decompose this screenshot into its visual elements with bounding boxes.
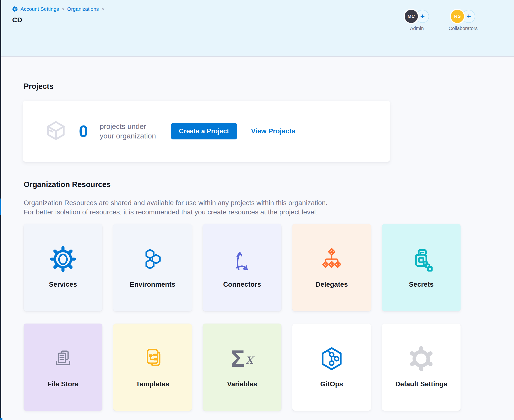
projects-heading: Projects bbox=[24, 82, 53, 91]
organization-resources-description: Organization Resources are shared and av… bbox=[24, 198, 328, 217]
collaborator-avatar[interactable]: RS bbox=[451, 10, 464, 23]
add-collaborator-button[interactable]: + bbox=[462, 10, 475, 23]
card-services[interactable]: Services bbox=[24, 224, 102, 311]
card-label: Environments bbox=[130, 281, 175, 288]
organization-resources-heading: Organization Resources bbox=[24, 180, 111, 189]
nav-rail-bottom-indicator bbox=[0, 418, 2, 420]
card-templates[interactable]: Templates bbox=[113, 324, 192, 411]
templates-icon bbox=[140, 345, 165, 372]
view-projects-link[interactable]: View Projects bbox=[251, 127, 296, 135]
project-count-caption: projects under your organization bbox=[100, 122, 156, 141]
breadcrumb-organizations[interactable]: Organizations bbox=[67, 6, 99, 12]
card-variables[interactable]: Σ x Variables bbox=[203, 324, 281, 411]
card-label: Templates bbox=[136, 380, 169, 388]
page-header: Account Settings > Organizations > CD MC… bbox=[1, 0, 514, 57]
admin-avatar[interactable]: MC bbox=[405, 10, 418, 23]
card-environments[interactable]: Environments bbox=[113, 224, 192, 311]
card-delegates[interactable]: Delegates bbox=[292, 224, 371, 311]
services-gear-icon bbox=[50, 245, 76, 273]
delegates-network-icon bbox=[319, 245, 344, 273]
variables-sigma-icon: Σ x bbox=[231, 345, 253, 372]
card-label: Services bbox=[49, 281, 77, 288]
card-secrets[interactable]: Secrets bbox=[382, 224, 461, 311]
project-cube-icon bbox=[43, 118, 69, 144]
default-settings-gear-icon bbox=[408, 345, 435, 372]
secrets-lock-icon bbox=[408, 245, 434, 273]
breadcrumb: Account Settings > Organizations > bbox=[12, 6, 104, 12]
org-title: CD bbox=[12, 16, 22, 24]
collaborators-label: Collaborators bbox=[449, 26, 478, 31]
breadcrumb-account-settings[interactable]: Account Settings bbox=[21, 6, 59, 12]
card-label: Variables bbox=[227, 380, 257, 388]
file-store-icon bbox=[50, 345, 76, 372]
card-label: Connectors bbox=[223, 281, 261, 288]
resources-grid: Services Environments Connectors bbox=[24, 224, 461, 411]
admin-members-group: MC + Admin bbox=[405, 9, 429, 31]
card-label: File Store bbox=[47, 380, 79, 388]
card-gitops[interactable]: GitOps bbox=[292, 324, 371, 411]
settings-gear-icon bbox=[12, 6, 18, 12]
add-admin-button[interactable]: + bbox=[416, 10, 429, 23]
breadcrumb-separator: > bbox=[62, 6, 65, 12]
nav-rail-active-indicator bbox=[0, 199, 1, 215]
card-label: Secrets bbox=[409, 281, 433, 288]
projects-summary-card: 0 projects under your organization Creat… bbox=[23, 101, 390, 162]
card-label: Default Settings bbox=[395, 380, 447, 388]
card-default-settings[interactable]: Default Settings bbox=[382, 324, 461, 411]
create-project-button[interactable]: Create a Project bbox=[171, 123, 237, 139]
admin-label: Admin bbox=[410, 26, 424, 31]
project-count: 0 bbox=[79, 122, 88, 141]
environments-hexagons-icon bbox=[140, 245, 165, 273]
card-file-store[interactable]: File Store bbox=[24, 324, 102, 411]
gitops-icon bbox=[319, 345, 345, 372]
card-connectors[interactable]: Connectors bbox=[203, 224, 281, 311]
connectors-arrows-icon bbox=[229, 245, 255, 273]
breadcrumb-separator: > bbox=[102, 6, 104, 12]
collaborators-group: RS + Collaborators bbox=[449, 9, 478, 31]
card-label: Delegates bbox=[316, 281, 348, 288]
card-label: GitOps bbox=[320, 380, 343, 388]
